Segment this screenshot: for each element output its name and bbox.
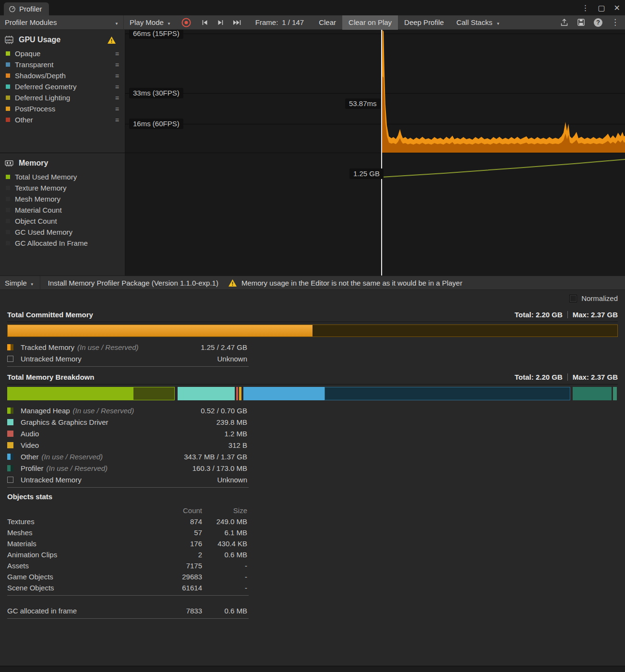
window-menu-icon[interactable]: ⋮ — [581, 3, 589, 12]
previous-frame-icon[interactable] — [201, 19, 209, 26]
series-label: Deferred Lighting — [15, 94, 70, 102]
call-stacks-label: Call Stacks — [457, 18, 493, 26]
current-frame-icon[interactable] — [232, 19, 242, 26]
legend-note: (In use / Reserved) — [47, 464, 108, 472]
gpu-series-row[interactable]: Other — [0, 114, 125, 125]
legend-row-managed-heap: Managed Heap(In use / Reserved) 0.52 / 0… — [7, 405, 249, 416]
help-icon[interactable]: ? — [594, 18, 602, 27]
gpu-chip-icon: GPU — [4, 35, 14, 45]
editor-memory-warning: Memory usage in the Editor is not the sa… — [228, 279, 462, 287]
gpu-series-row[interactable]: Opaque — [0, 48, 125, 59]
view-mode-dropdown[interactable]: Simple — [0, 276, 40, 289]
table-row-gc-allocated: GC allocated in frame78330.6 MB — [7, 605, 249, 616]
drag-handle-icon[interactable] — [115, 83, 119, 91]
drag-handle-icon[interactable] — [115, 94, 119, 102]
gpu-series-row[interactable]: Shadows/Depth — [0, 70, 125, 81]
managed-heap-swatch — [7, 408, 13, 414]
call-stacks-dropdown[interactable]: Call Stacks — [450, 15, 506, 30]
clear-on-play-button[interactable]: Clear on Play — [342, 15, 398, 30]
legend-label: Managed Heap — [21, 407, 70, 415]
frame-navigation — [201, 19, 242, 26]
chevron-down-icon — [115, 18, 119, 26]
series-label: GC Allocated In Frame — [15, 239, 88, 247]
breakdown-max: Max: 2.37 GB — [573, 373, 618, 381]
legend-note: (In use / Reserved) — [77, 343, 139, 351]
committed-memory-fill — [8, 325, 312, 336]
committed-title: Total Committed Memory — [7, 311, 93, 319]
series-label: Material Count — [15, 206, 62, 214]
series-label: Transparent — [15, 60, 53, 69]
play-mode-dropdown[interactable]: Play Mode — [124, 15, 177, 30]
maximize-icon[interactable]: ▢ — [598, 3, 605, 12]
memory-series-row[interactable]: Object Count — [0, 216, 125, 227]
legend-label: Tracked Memory — [21, 343, 74, 351]
gpu-series-row[interactable]: Deferred Lighting — [0, 92, 125, 103]
series-color-swatch — [6, 62, 10, 67]
toolbar-right-icons: ? ⋮ — [560, 17, 619, 27]
legend-label: Video — [21, 441, 39, 449]
close-icon[interactable]: ✕ — [614, 3, 620, 12]
normalized-option: Normalized — [569, 294, 618, 302]
legend-row-other: Other(In use / Reserved) 343.7 MB / 1.37… — [7, 451, 249, 462]
memory-series-row[interactable]: Texture Memory — [0, 182, 125, 193]
table-row-materials: Materials176430.4 KB — [7, 538, 249, 549]
install-memory-profiler-button[interactable]: Install Memory Profiler Package (Version… — [40, 279, 226, 287]
memory-module-row: Memory Total Used Memory Texture Memory … — [0, 153, 625, 276]
divider — [7, 595, 249, 596]
memory-chart[interactable]: 1.25 GB — [125, 153, 625, 276]
gridline-label-33ms: 33ms (30FPS) — [129, 88, 183, 98]
chevron-down-icon — [496, 18, 500, 26]
committed-memory-bar[interactable] — [7, 324, 618, 337]
gpu-chart[interactable]: 66ms (15FPS) 33ms (30FPS) 16ms (60FPS) 5… — [125, 30, 625, 153]
legend-value: Unknown — [217, 355, 249, 363]
tab-profiler[interactable]: Profiler — [4, 2, 49, 15]
gpu-module-header[interactable]: GPU GPU Usage — [0, 30, 125, 48]
segment-managed-heap-reserved — [133, 387, 174, 400]
legend-label: Untracked Memory — [21, 355, 82, 363]
kebab-menu-icon[interactable]: ⋮ — [611, 17, 619, 27]
profiler-modules-dropdown[interactable]: Profiler Modules — [0, 15, 124, 30]
drag-handle-icon[interactable] — [115, 72, 119, 80]
clear-button[interactable]: Clear — [312, 15, 342, 30]
deep-profile-button[interactable]: Deep Profile — [398, 15, 450, 30]
view-mode-label: Simple — [5, 279, 27, 287]
drag-handle-icon[interactable] — [115, 50, 119, 58]
series-color-swatch — [6, 208, 10, 212]
save-profile-icon[interactable] — [577, 18, 585, 26]
warning-icon — [228, 279, 237, 287]
load-profile-icon[interactable] — [560, 18, 568, 26]
gpu-series-row[interactable]: PostProcess — [0, 103, 125, 114]
drag-handle-icon[interactable] — [115, 116, 119, 124]
series-label: Texture Memory — [15, 184, 67, 192]
memory-series-row[interactable]: Material Count — [0, 204, 125, 216]
memory-module-header[interactable]: Memory — [0, 153, 125, 171]
normalized-checkbox[interactable] — [569, 295, 577, 302]
legend-value: 312 B — [228, 441, 249, 449]
drag-handle-icon[interactable] — [115, 105, 119, 113]
series-label: Opaque — [15, 49, 40, 58]
title-bar: Profiler ⋮ ▢ ✕ — [0, 0, 625, 15]
editor-memory-warning-text: Memory usage in the Editor is not the sa… — [241, 279, 462, 287]
playhead-line[interactable] — [381, 30, 382, 276]
table-row-assets: Assets7175- — [7, 560, 249, 571]
warning-icon — [107, 36, 116, 44]
drag-handle-icon[interactable] — [115, 61, 119, 69]
profiler-modules-label: Profiler Modules — [5, 18, 57, 26]
memory-series-row[interactable]: Total Used Memory — [0, 171, 125, 182]
memory-detail-toolbar: Simple Install Memory Profiler Package (… — [0, 276, 625, 290]
memory-series-row[interactable]: GC Allocated In Frame — [0, 238, 125, 249]
gpu-series-row[interactable]: Transparent — [0, 59, 125, 70]
memory-series-row[interactable]: Mesh Memory — [0, 193, 125, 204]
untracked-memory-swatch — [7, 477, 13, 483]
series-color-swatch — [6, 84, 10, 89]
series-color-swatch — [6, 219, 10, 223]
next-frame-icon[interactable] — [216, 19, 225, 26]
objects-stats-header: Count Size — [7, 505, 249, 516]
breakdown-memory-bar[interactable] — [7, 387, 618, 400]
table-row-textures: Textures874249.0 MB — [7, 516, 249, 527]
record-button[interactable] — [180, 17, 192, 28]
window-bottom-strip — [0, 666, 625, 672]
gpu-series-row[interactable]: Deferred Geometry — [0, 81, 125, 92]
gridline-label-16ms: 16ms (60FPS) — [129, 119, 183, 129]
memory-series-row[interactable]: GC Used Memory — [0, 227, 125, 238]
